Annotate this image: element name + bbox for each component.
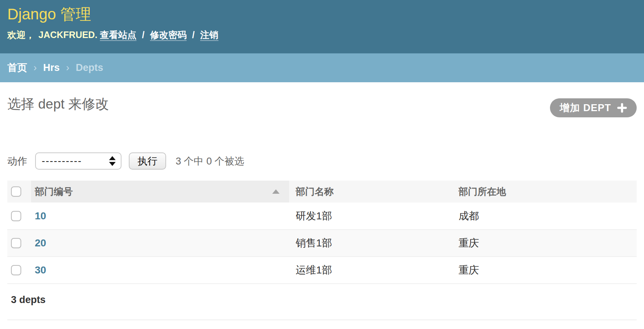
table-row: 10 研发1部 成都 bbox=[7, 203, 637, 230]
row-checkbox-cell bbox=[7, 230, 31, 257]
row-select-checkbox[interactable] bbox=[11, 238, 21, 248]
dept-name-cell: 研发1部 bbox=[289, 203, 452, 230]
breadcrumb-current: Depts bbox=[76, 62, 103, 73]
dept-no-cell: 30 bbox=[31, 257, 289, 284]
sort-ascending-icon[interactable] bbox=[272, 189, 280, 194]
dept-no-link[interactable]: 30 bbox=[35, 264, 46, 276]
actions-label: 动作 bbox=[7, 155, 27, 168]
link-separator: / bbox=[192, 30, 195, 40]
user-tools: 欢迎，JACKFRUED. 查看站点 / 修改密码 / 注销 bbox=[7, 29, 629, 40]
dept-no-link[interactable]: 20 bbox=[35, 237, 46, 249]
table-row: 30 运维1部 重庆 bbox=[7, 257, 637, 284]
view-site-link[interactable]: 查看站点 bbox=[100, 30, 136, 41]
table-body: 10 研发1部 成都 20 销售1部 重庆 30 运维1部 重庆 bbox=[7, 203, 637, 284]
breadcrumb-home[interactable]: 首页 bbox=[7, 62, 27, 73]
row-select-checkbox[interactable] bbox=[11, 265, 21, 275]
selection-counter: 3 个中 0 个被选 bbox=[176, 155, 244, 168]
dept-name-cell: 运维1部 bbox=[289, 257, 452, 284]
dept-name-cell: 销售1部 bbox=[289, 230, 452, 257]
plus-icon bbox=[617, 103, 627, 113]
dept-no-cell: 20 bbox=[31, 230, 289, 257]
result-count: 3 depts bbox=[11, 294, 46, 305]
link-separator: / bbox=[142, 30, 145, 40]
add-dept-button-label: 增加 DEPT bbox=[559, 101, 611, 114]
table-header-row: 部门编号 部门名称 部门所在地 bbox=[7, 181, 637, 203]
paginator: 3 depts bbox=[7, 284, 637, 320]
row-checkbox-cell bbox=[7, 203, 31, 230]
select-all-checkbox[interactable] bbox=[11, 186, 21, 197]
dept-no-cell: 10 bbox=[31, 203, 289, 230]
breadcrumb-separator: › bbox=[34, 62, 37, 73]
results-table: 部门编号 部门名称 部门所在地 10 研发1部 成都 bbox=[7, 181, 637, 284]
dept-location-cell: 重庆 bbox=[452, 230, 637, 257]
column-header-dept-name[interactable]: 部门名称 bbox=[289, 181, 452, 203]
column-header-dept-location[interactable]: 部门所在地 bbox=[452, 181, 637, 203]
breadcrumb-hrs[interactable]: Hrs bbox=[43, 62, 60, 73]
logout-link[interactable]: 注销 bbox=[200, 30, 218, 41]
actions-bar: 动作 ---------- 执行 3 个中 0 个被选 bbox=[7, 152, 637, 170]
select-arrows-icon bbox=[109, 156, 116, 166]
row-select-checkbox[interactable] bbox=[11, 211, 21, 221]
column-header-dept-no-label: 部门编号 bbox=[35, 185, 73, 198]
go-button[interactable]: 执行 bbox=[129, 152, 166, 170]
select-all-header-cell bbox=[7, 181, 31, 203]
table-row: 20 销售1部 重庆 bbox=[7, 230, 637, 257]
welcome-text: 欢迎， bbox=[7, 30, 35, 40]
content-area: 选择 dept 来修改 增加 DEPT 动作 ---------- 执行 3 个… bbox=[0, 82, 644, 320]
dept-no-link[interactable]: 10 bbox=[35, 210, 46, 222]
title-row: 选择 dept 来修改 增加 DEPT bbox=[7, 92, 637, 117]
site-header: Django 管理 欢迎，JACKFRUED. 查看站点 / 修改密码 / 注销 bbox=[0, 0, 644, 53]
dept-location-cell: 重庆 bbox=[452, 257, 637, 284]
action-select-value: ---------- bbox=[42, 155, 82, 167]
change-password-link[interactable]: 修改密码 bbox=[150, 30, 187, 41]
brand-title[interactable]: Django 管理 bbox=[7, 5, 629, 23]
column-header-dept-name-label: 部门名称 bbox=[296, 186, 334, 197]
action-select[interactable]: ---------- bbox=[35, 152, 121, 170]
page-title: 选择 dept 来修改 bbox=[7, 96, 109, 112]
dept-location-cell: 成都 bbox=[452, 203, 637, 230]
username: JACKFRUED. bbox=[38, 30, 97, 40]
column-header-dept-location-label: 部门所在地 bbox=[458, 186, 506, 197]
breadcrumb-separator: › bbox=[66, 62, 70, 73]
row-checkbox-cell bbox=[7, 257, 31, 284]
results-table-wrapper: 部门编号 部门名称 部门所在地 10 研发1部 成都 bbox=[7, 181, 637, 284]
breadcrumb: 首页 › Hrs › Depts bbox=[0, 53, 644, 82]
column-header-dept-no[interactable]: 部门编号 bbox=[31, 181, 289, 203]
add-dept-button[interactable]: 增加 DEPT bbox=[550, 98, 637, 117]
